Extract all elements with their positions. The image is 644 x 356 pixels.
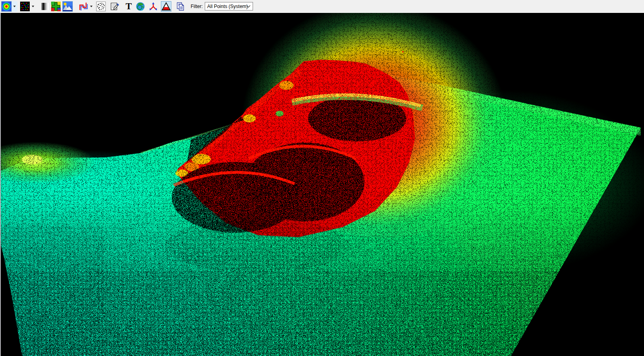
- tin-triangle-icon: [161, 2, 171, 11]
- viewport-canvas[interactable]: [0, 13, 644, 356]
- toolbar-button-flightline-display[interactable]: [78, 1, 88, 12]
- display-toolbar: T: [0, 0, 644, 13]
- globe-icon: [136, 2, 145, 11]
- canvas-left-border: [0, 13, 1, 356]
- toolbar-button-profile-axes[interactable]: [148, 1, 158, 12]
- chevron-down-icon: [90, 6, 93, 7]
- toolbar-button-tin-surface[interactable]: [161, 1, 171, 12]
- toolbar-button-combined-shading[interactable]: [51, 1, 61, 12]
- color-by-rgb-dropdown[interactable]: [30, 1, 36, 12]
- point-cloud-render: [0, 13, 644, 356]
- app-window: { "toolbar": { "filter_label": "Filter:"…: [0, 0, 644, 356]
- clip-region-icon: [96, 2, 106, 11]
- branch-arrows-icon: [148, 2, 158, 11]
- image-mountain-icon: [63, 2, 72, 11]
- filter-combobox-value: All Points (System): [207, 4, 248, 9]
- chevron-down-icon: [246, 5, 251, 8]
- toolbar-button-copy-view[interactable]: [175, 1, 186, 12]
- elevation-color-rings-icon: [2, 2, 11, 11]
- toolbar-button-feature-edit-form[interactable]: [109, 1, 120, 12]
- point-colors-icon: [20, 2, 30, 11]
- toolbar-button-clip-region[interactable]: [96, 1, 106, 12]
- toolbar-button-image-overlay[interactable]: [62, 1, 73, 12]
- toolbar-button-text-annotation[interactable]: T: [123, 1, 134, 12]
- combined-layers-plus-icon: [51, 2, 61, 11]
- toolbar-button-globe-view[interactable]: [135, 1, 146, 12]
- color-by-elevation-dropdown[interactable]: [12, 1, 17, 12]
- toolbar-button-color-by-rgb[interactable]: [20, 1, 30, 12]
- flightline-display-dropdown[interactable]: [88, 1, 94, 12]
- toolbar-button-intensity-shading[interactable]: [40, 1, 50, 12]
- stray-point: [402, 51, 403, 52]
- toolbar-button-color-by-elevation[interactable]: [1, 1, 12, 12]
- edit-form-hand-icon: [110, 2, 119, 11]
- chevron-down-icon: [32, 6, 34, 7]
- intensity-bars-icon: [41, 2, 49, 11]
- copy-pages-icon: [176, 2, 185, 11]
- chevron-down-icon: [13, 6, 16, 7]
- text-tool-icon: T: [126, 2, 132, 11]
- filter-combobox[interactable]: All Points (System): [205, 2, 253, 10]
- filter-label: Filter:: [191, 4, 203, 9]
- flightlines-icon: [78, 2, 88, 11]
